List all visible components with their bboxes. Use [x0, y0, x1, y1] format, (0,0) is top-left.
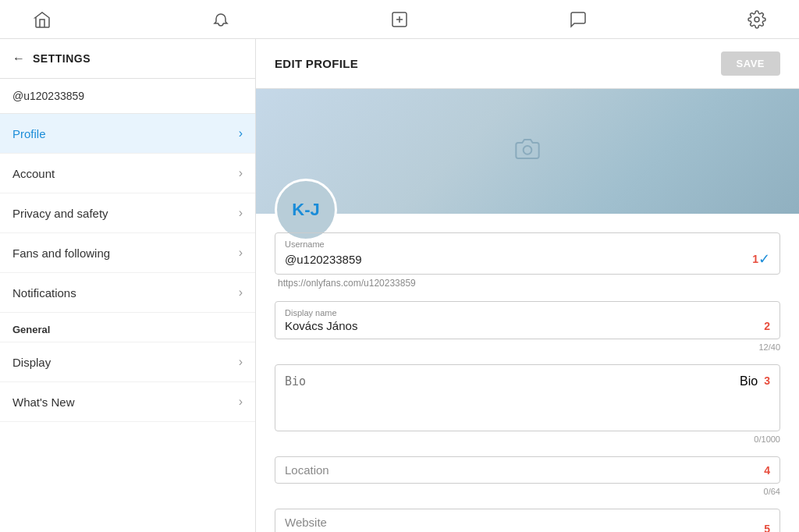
avatar-circle[interactable]: K-J	[275, 179, 337, 241]
bio-badge: 3	[764, 374, 770, 387]
save-button[interactable]: SAVE	[721, 51, 780, 76]
username-field-wrapper: Username 1 ✓	[275, 232, 780, 275]
back-button[interactable]: ←	[12, 51, 25, 66]
top-nav	[0, 0, 799, 39]
bio-group: Bio 3 0/1000	[275, 364, 780, 444]
display-name-group: Display name 2 12/40	[275, 301, 780, 352]
bio-input[interactable]	[285, 374, 737, 421]
chevron-right-icon: ›	[239, 126, 243, 140]
sidebar-header: ← SETTINGS	[0, 39, 255, 79]
chevron-right-icon: ›	[239, 166, 243, 180]
plus-square-nav-icon[interactable]	[389, 9, 410, 30]
sidebar-item-fans[interactable]: Fans and following ›	[0, 233, 255, 273]
home-nav-icon[interactable]	[31, 9, 53, 30]
message-nav-icon[interactable]	[567, 9, 589, 30]
sidebar-title: SETTINGS	[33, 52, 91, 65]
chevron-right-icon: ›	[239, 206, 243, 220]
svg-point-1	[755, 17, 759, 22]
profile-form: Username 1 ✓ https://onlyfans.com/u12023…	[256, 214, 799, 532]
page-title: EDIT PROFILE	[275, 57, 358, 70]
content-header: EDIT PROFILE SAVE	[256, 39, 799, 89]
avatar[interactable]: K-J	[275, 179, 337, 241]
username-group: Username 1 ✓ https://onlyfans.com/u12023…	[275, 232, 780, 289]
username-label: Username	[285, 239, 770, 249]
location-counter: 0/64	[275, 487, 780, 496]
camera-icon	[515, 137, 540, 167]
sidebar-item-account[interactable]: Account ›	[0, 154, 255, 193]
bell-nav-icon[interactable]	[210, 9, 232, 30]
chevron-right-icon: ›	[239, 246, 243, 260]
website-input[interactable]	[349, 523, 758, 533]
display-name-field-wrapper: Display name 2	[275, 301, 780, 339]
username-input[interactable]	[285, 253, 746, 266]
username-badge: 1	[752, 253, 758, 265]
display-name-badge: 2	[764, 320, 770, 332]
sidebar-item-privacy[interactable]: Privacy and safety ›	[0, 193, 255, 233]
website-group: Website URL 5 0/100	[275, 509, 780, 532]
username-check-icon: ✓	[758, 250, 770, 268]
location-field-wrapper: Location 4	[275, 456, 780, 484]
bio-counter: 0/1000	[275, 434, 780, 444]
display-name-label: Display name	[285, 308, 770, 317]
main-layout: ← SETTINGS @u120233859 Profile › Account…	[0, 39, 799, 532]
general-section-label: General	[0, 313, 255, 342]
sidebar-item-display[interactable]: Display ›	[0, 342, 255, 382]
website-label: Website URL	[285, 516, 343, 532]
display-name-counter: 12/40	[275, 342, 780, 352]
sidebar: ← SETTINGS @u120233859 Profile › Account…	[0, 39, 256, 532]
location-group: Location 4 0/64	[275, 456, 780, 496]
location-badge: 4	[764, 464, 770, 477]
chevron-right-icon: ›	[239, 286, 243, 300]
location-label: Location	[285, 463, 329, 477]
settings-nav-icon[interactable]	[746, 9, 768, 30]
bio-label: Bio	[740, 374, 758, 388]
location-input[interactable]	[336, 463, 758, 477]
content-area: EDIT PROFILE SAVE K-J	[256, 39, 799, 532]
website-badge: 5	[764, 523, 770, 532]
bio-field-wrapper: Bio 3	[275, 364, 780, 431]
svg-point-2	[524, 146, 532, 154]
chevron-right-icon: ›	[239, 355, 243, 369]
avatar-area: K-J	[256, 179, 799, 214]
sidebar-item-notifications[interactable]: Notifications ›	[0, 273, 255, 313]
sidebar-item-whats-new[interactable]: What's New ›	[0, 382, 255, 422]
display-name-input[interactable]	[285, 319, 758, 332]
sidebar-username: @u120233859	[0, 79, 255, 114]
website-field-wrapper: Website URL 5	[275, 509, 780, 532]
chevron-right-icon: ›	[239, 395, 243, 409]
username-url: https://onlyfans.com/u120233859	[275, 275, 780, 289]
sidebar-item-profile[interactable]: Profile ›	[0, 114, 255, 154]
